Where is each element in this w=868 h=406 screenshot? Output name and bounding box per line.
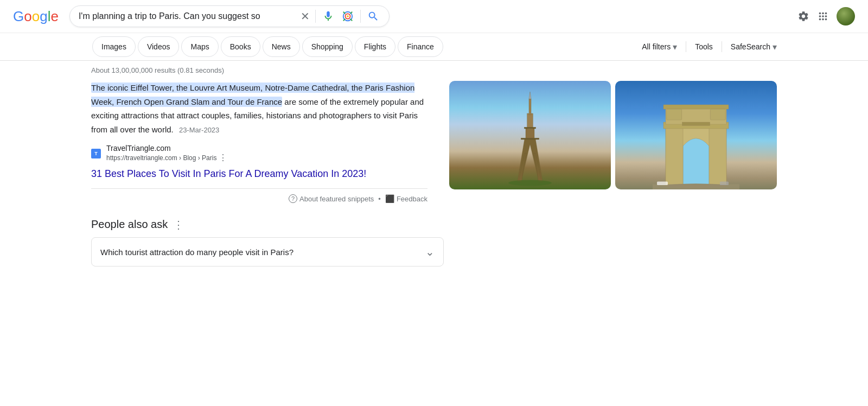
search-bar: ✕ [69, 5, 390, 27]
svg-rect-20 [663, 105, 729, 109]
grid-icon [817, 10, 829, 22]
result-link[interactable]: 31 Best Places To Visit In Paris For A D… [91, 168, 366, 180]
lens-icon [342, 10, 354, 22]
source-info: TravelTriangle.com https://traveltriangl… [106, 144, 227, 163]
clear-button[interactable]: ✕ [301, 10, 310, 23]
side-images [449, 81, 777, 189]
svg-rect-8 [526, 128, 534, 139]
gear-icon [797, 10, 809, 22]
nav-right-controls: All filters ▾ Tools SafeSearch ▾ [642, 41, 777, 52]
google-logo[interactable]: Google [13, 8, 59, 25]
svg-line-3 [343, 12, 346, 14]
voice-search-button[interactable] [321, 9, 335, 23]
svg-rect-23 [682, 122, 710, 125]
svg-point-14 [508, 180, 552, 186]
apps-button[interactable] [817, 10, 829, 22]
tab-finance[interactable]: Finance [398, 36, 443, 57]
snippet-date: 23-Mar-2023 [179, 126, 219, 134]
feedback-icon: ⬛ [385, 194, 394, 203]
avatar[interactable] [837, 7, 855, 26]
tab-news[interactable]: News [263, 36, 300, 57]
filter-chevron-icon: ▾ [673, 42, 677, 52]
snippet-footer: ? About featured snippets • ⬛ Feedback [91, 188, 427, 203]
nav-divider [686, 41, 686, 52]
mic-icon [322, 10, 334, 22]
paa-title-row: People also ask ⋮ [91, 218, 777, 231]
svg-rect-9 [527, 113, 533, 129]
chevron-down-icon: ⌄ [425, 245, 435, 258]
all-filters-button[interactable]: All filters ▾ [642, 42, 677, 52]
source-name: TravelTriangle.com [106, 144, 227, 153]
paa-item[interactable]: Which tourist attraction do many people … [91, 237, 444, 267]
header-right [797, 7, 855, 26]
people-also-ask-section: People also ask ⋮ Which tourist attracti… [91, 218, 777, 267]
search-icon [367, 10, 379, 22]
results-row: The iconic Eiffel Tower, the Louvre Art … [91, 81, 777, 203]
source-favicon: T [91, 149, 101, 158]
svg-rect-13 [524, 127, 535, 129]
svg-rect-10 [529, 99, 531, 115]
tab-videos[interactable]: Videos [138, 36, 180, 57]
paa-title: People also ask [91, 218, 168, 231]
footer-dot: • [378, 195, 381, 203]
paa-question: Which tourist attraction do many people … [100, 248, 293, 257]
svg-rect-27 [720, 182, 729, 185]
svg-rect-21 [667, 109, 682, 120]
vertical-divider2 [360, 10, 361, 23]
safesearch-chevron-icon: ▾ [773, 42, 777, 52]
snippet-body: The iconic Eiffel Tower, the Louvre Art … [91, 81, 427, 136]
svg-rect-26 [657, 182, 668, 185]
about-snippets-link[interactable]: ? About featured snippets [289, 194, 374, 203]
search-button[interactable] [366, 9, 380, 23]
main-content: About 13,00,00,000 results (0.81 seconds… [0, 61, 868, 272]
svg-rect-17 [709, 124, 726, 185]
nav-divider2 [722, 41, 722, 52]
tab-maps[interactable]: Maps [181, 36, 218, 57]
vertical-divider [315, 10, 316, 23]
header: Google ✕ [0, 0, 868, 33]
lens-search-button[interactable] [341, 9, 355, 23]
svg-line-5 [343, 19, 346, 21]
search-input[interactable] [79, 11, 295, 21]
arc-de-triomphe-image[interactable] [615, 81, 777, 189]
safesearch-button[interactable]: SafeSearch ▾ [731, 42, 777, 52]
eiffel-tower-image[interactable] [449, 81, 611, 189]
results-count: About 13,00,00,000 results (0.81 seconds… [91, 66, 777, 74]
featured-snippet: The iconic Eiffel Tower, the Louvre Art … [91, 81, 427, 203]
svg-rect-16 [666, 124, 683, 185]
tab-flights[interactable]: Flights [355, 36, 395, 57]
svg-rect-22 [710, 109, 725, 120]
source-more-icon[interactable]: ⋮ [219, 153, 227, 163]
source-row: T TravelTriangle.com https://traveltrian… [91, 144, 427, 163]
svg-rect-12 [521, 138, 539, 139]
settings-button[interactable] [797, 10, 809, 22]
tab-shopping[interactable]: Shopping [302, 36, 353, 57]
tools-button[interactable]: Tools [695, 42, 713, 51]
source-url: https://traveltriangle.com › Blog › Pari… [106, 154, 216, 162]
paa-more-icon[interactable]: ⋮ [173, 219, 184, 230]
svg-line-6 [350, 19, 352, 21]
tab-books[interactable]: Books [221, 36, 260, 57]
help-icon: ? [289, 194, 297, 203]
svg-marker-11 [529, 92, 531, 99]
feedback-link[interactable]: ⬛ Feedback [385, 194, 427, 203]
nav-tabs: Images Videos Maps Books News Shopping F… [0, 33, 868, 61]
svg-point-2 [347, 15, 349, 17]
tab-images[interactable]: Images [92, 36, 136, 57]
svg-line-4 [350, 12, 352, 14]
